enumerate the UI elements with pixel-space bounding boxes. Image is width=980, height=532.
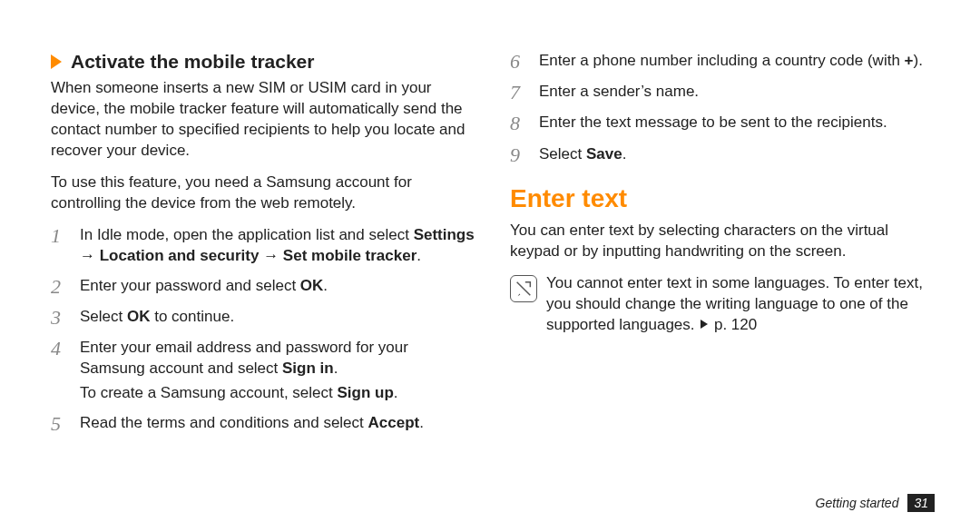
steps-list-left: 1In Idle mode, open the application list…	[51, 225, 475, 435]
left-column: Activate the mobile tracker When someone…	[51, 51, 475, 444]
subheading-row: Activate the mobile tracker	[51, 51, 475, 73]
step-item: 9Select Save.	[510, 144, 935, 166]
page-footer: Getting started 31	[816, 494, 935, 512]
step-text: Enter your password and select OK.	[80, 276, 328, 297]
step-item: 2Enter your password and select OK.	[51, 276, 475, 298]
intro-paragraph-2: To use this feature, you need a Samsung …	[51, 172, 475, 214]
intro-paragraph-1: When someone inserts a new SIM or USIM c…	[51, 78, 475, 162]
main-heading: Enter text	[510, 184, 935, 213]
step-number: 2	[51, 276, 80, 298]
step-text: In Idle mode, open the application list …	[80, 225, 475, 267]
right-column: 6Enter a phone number including a countr…	[510, 51, 935, 444]
step-item: 3Select OK to continue.	[51, 307, 475, 329]
step-number: 6	[510, 51, 539, 73]
subheading: Activate the mobile tracker	[71, 51, 314, 73]
step-text: Enter a sender’s name.	[539, 82, 699, 103]
step-item: 5Read the terms and conditions and selec…	[51, 413, 475, 435]
step-number: 7	[510, 82, 539, 103]
step-number: 3	[51, 307, 80, 329]
step-item: 8Enter the text message to be sent to th…	[510, 113, 935, 134]
step-item: 7Enter a sender’s name.	[510, 82, 935, 103]
step-text: Select OK to continue.	[80, 307, 234, 328]
step-number: 4	[51, 338, 80, 360]
note-block: You cannot enter text in some languages.…	[510, 273, 935, 336]
step-text: Read the terms and conditions and select…	[80, 413, 424, 434]
step-item: 4Enter your email address and password f…	[51, 338, 475, 404]
step-number: 9	[510, 144, 539, 166]
footer-page-number: 31	[907, 494, 935, 512]
note-icon	[510, 275, 537, 302]
step-text: Enter a phone number including a country…	[539, 51, 923, 72]
step-text: Enter the text message to be sent to the…	[539, 113, 887, 133]
step-number: 5	[51, 413, 80, 435]
note-text: You cannot enter text in some languages.…	[546, 273, 935, 336]
steps-list-right: 6Enter a phone number including a countr…	[510, 51, 935, 166]
step-item: 1In Idle mode, open the application list…	[51, 225, 475, 267]
footer-section-name: Getting started	[816, 496, 899, 510]
enter-text-paragraph: You can enter text by selecting characte…	[510, 221, 935, 262]
step-item: 6Enter a phone number including a countr…	[510, 51, 935, 73]
step-number: 8	[510, 113, 539, 134]
step-text: Select Save.	[539, 144, 626, 165]
chevron-right-icon	[51, 54, 62, 69]
step-text: Enter your email address and password fo…	[80, 338, 475, 404]
step-number: 1	[51, 225, 80, 247]
